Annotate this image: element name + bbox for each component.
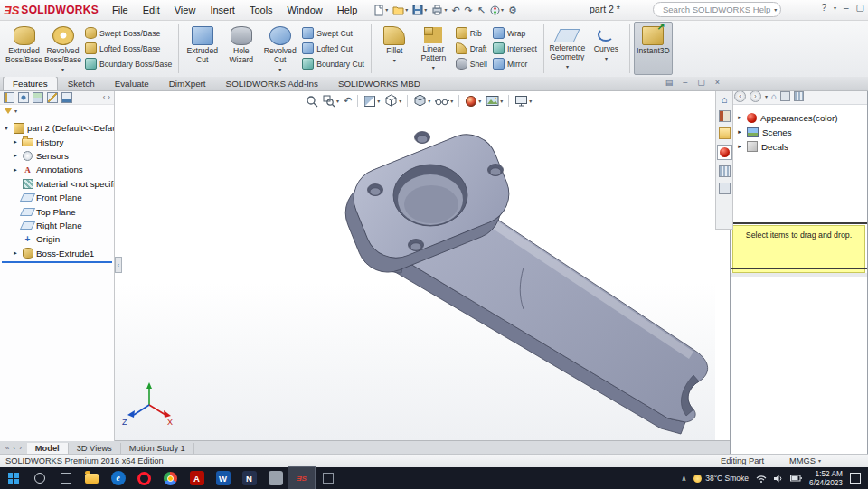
battery-icon[interactable] bbox=[790, 475, 802, 482]
app-gray-button[interactable] bbox=[262, 467, 288, 489]
propertymanager-tab-icon[interactable] bbox=[18, 92, 29, 103]
tree-item-boss-extrude1[interactable]: ▸ Boss-Extrude1 bbox=[0, 247, 114, 260]
linear-pattern-button[interactable]: LinearPattern ▾ bbox=[414, 22, 453, 75]
configurationmanager-tab-icon[interactable] bbox=[33, 92, 43, 103]
tree-item-top-plane[interactable]: Top Plane bbox=[0, 204, 114, 218]
units-selector[interactable]: MMGS ▾ bbox=[789, 456, 821, 465]
doc-minimize-button[interactable]: – bbox=[683, 78, 687, 87]
doc-close-button[interactable]: × bbox=[715, 78, 720, 87]
tree-item-right-plane[interactable]: Right Plane bbox=[0, 219, 114, 232]
menu-tools[interactable]: Tools bbox=[243, 3, 279, 17]
task-view-button[interactable] bbox=[52, 467, 79, 489]
panel-chevron-left-icon[interactable]: ‹ bbox=[103, 93, 106, 101]
boundary-boss-base-button[interactable]: Boundary Boss/Base bbox=[85, 58, 172, 70]
curves-button[interactable]: Curves ▾ bbox=[587, 22, 626, 75]
help-button[interactable]: ? bbox=[821, 3, 826, 13]
options-gear-button[interactable]: ⚙ bbox=[507, 5, 518, 15]
select-pointer-button[interactable]: ↖ bbox=[476, 5, 486, 15]
wrap-button[interactable]: Wrap bbox=[493, 27, 537, 39]
fillet-button[interactable]: Fillet ▾ bbox=[375, 22, 414, 75]
show-hidden-icons-button[interactable]: ∧ bbox=[681, 475, 686, 483]
save-button[interactable]: ▾ bbox=[411, 5, 428, 15]
part-3d-model[interactable] bbox=[115, 90, 715, 441]
tab-dimxpert[interactable]: DimXpert bbox=[159, 76, 216, 90]
cortana-button[interactable] bbox=[26, 467, 52, 489]
shell-button[interactable]: Shell bbox=[456, 58, 487, 70]
expander-icon[interactable]: ▸ bbox=[12, 152, 19, 159]
volume-icon[interactable] bbox=[774, 475, 783, 483]
file-explorer-button[interactable] bbox=[79, 467, 105, 489]
action-center-button[interactable] bbox=[850, 473, 861, 484]
menu-file[interactable]: File bbox=[106, 3, 135, 17]
tab-3d-views[interactable]: 3D Views bbox=[69, 443, 121, 454]
refresh-icon[interactable] bbox=[780, 91, 790, 101]
tabs-scroll-left-icon[interactable]: « bbox=[5, 444, 9, 452]
open-document-button[interactable]: ▾ bbox=[392, 5, 409, 15]
draft-button[interactable]: Draft bbox=[456, 42, 487, 54]
app-window-button[interactable] bbox=[315, 467, 341, 489]
instant3d-button[interactable]: Instant3D bbox=[634, 22, 673, 75]
filter-funnel-icon[interactable] bbox=[5, 108, 12, 114]
design-library-tab-icon[interactable] bbox=[719, 110, 731, 122]
expander-icon[interactable]: ▸ bbox=[12, 166, 19, 174]
redo-button[interactable]: ↷ bbox=[464, 5, 474, 15]
menu-edit[interactable]: Edit bbox=[137, 3, 166, 17]
reference-geometry-button[interactable]: ReferenceGeometry ▾ bbox=[548, 22, 587, 75]
custom-properties-tab-icon[interactable] bbox=[719, 183, 731, 194]
panel-chevron-right-icon[interactable]: › bbox=[108, 93, 110, 101]
solidworks-taskbar-button[interactable]: ƎS bbox=[288, 467, 315, 489]
solidworks-resources-tab-icon[interactable]: ⌂ bbox=[722, 95, 728, 105]
graphics-viewport[interactable]: ▾ ↶ ▾ ▾ ▾ ▾ ▾ ▾ bbox=[115, 90, 715, 441]
appearances-tab-active[interactable] bbox=[717, 145, 732, 160]
tree-item-appearances[interactable]: ▸ Appearances(color) bbox=[731, 110, 867, 125]
rebuild-button[interactable]: ▾ bbox=[489, 5, 505, 15]
opera-button[interactable] bbox=[131, 467, 157, 489]
chrome-button[interactable] bbox=[157, 467, 184, 489]
view-palette-tab-icon[interactable] bbox=[719, 165, 731, 177]
back-button[interactable]: ‹ bbox=[734, 90, 746, 102]
clock[interactable]: 1:52 AM 6/24/2023 bbox=[809, 469, 843, 487]
print-button[interactable]: ▾ bbox=[430, 5, 448, 15]
doc-restore-button[interactable]: ▢ bbox=[697, 78, 705, 87]
expander-icon[interactable]: ▸ bbox=[12, 249, 19, 257]
options-icon[interactable] bbox=[794, 91, 804, 101]
tabs-scroll-prev-icon[interactable]: ‹ bbox=[13, 444, 15, 452]
tab-sketch[interactable]: Sketch bbox=[58, 76, 105, 90]
pane-divider[interactable] bbox=[731, 222, 867, 224]
menu-window[interactable]: Window bbox=[281, 3, 329, 17]
minimize-button[interactable]: – bbox=[844, 3, 849, 13]
tree-item-decals[interactable]: ▸ Decals bbox=[731, 139, 867, 154]
tree-item-front-plane[interactable]: Front Plane bbox=[0, 191, 114, 204]
menu-view[interactable]: View bbox=[168, 3, 203, 17]
home-icon[interactable]: ⌂ bbox=[771, 91, 777, 101]
tab-model[interactable]: Model bbox=[27, 443, 69, 454]
expander-icon[interactable]: ▸ bbox=[736, 128, 743, 136]
dimxpertmanager-tab-icon[interactable] bbox=[47, 92, 58, 103]
lofted-boss-base-button[interactable]: Lofted Boss/Base bbox=[85, 42, 172, 54]
expander-icon[interactable]: ▸ bbox=[12, 138, 19, 146]
tab-features[interactable]: Features bbox=[3, 76, 58, 90]
swept-cut-button[interactable]: Swept Cut bbox=[302, 27, 364, 39]
tree-item-origin[interactable]: + Origin bbox=[0, 232, 114, 246]
expander-icon[interactable]: ▸ bbox=[736, 114, 743, 121]
lofted-cut-button[interactable]: Lofted Cut bbox=[302, 42, 364, 54]
extruded-boss-base-button[interactable]: ExtrudedBoss/Base bbox=[5, 22, 43, 75]
revolved-boss-base-button[interactable]: RevolvedBoss/Base ▾ bbox=[43, 22, 82, 75]
word-button[interactable]: W bbox=[210, 467, 236, 489]
restore-button[interactable]: ▢ bbox=[856, 3, 864, 13]
tab-solidworks-addins[interactable]: SOLIDWORKS Add-Ins bbox=[216, 76, 328, 90]
tree-item-sensors[interactable]: ▸ Sensors bbox=[0, 149, 114, 163]
intersect-button[interactable]: Intersect bbox=[493, 42, 537, 54]
hole-wizard-button[interactable]: HoleWizard bbox=[222, 22, 260, 75]
menu-insert[interactable]: Insert bbox=[203, 3, 241, 17]
revolved-cut-button[interactable]: RevolvedCut ▾ bbox=[260, 22, 299, 75]
help-search-box[interactable]: Search SOLIDWORKS Help ▾ bbox=[653, 2, 781, 17]
mirror-button[interactable]: Mirror bbox=[493, 58, 537, 70]
tree-item-material[interactable]: Material <not specified> bbox=[0, 177, 114, 191]
panel-splitter-handle[interactable]: ‹ bbox=[115, 257, 122, 273]
tree-item-scenes[interactable]: ▸ Scenes bbox=[731, 125, 867, 139]
forward-button[interactable]: › bbox=[750, 90, 761, 102]
start-button[interactable] bbox=[0, 467, 26, 489]
tab-motion-study[interactable]: Motion Study 1 bbox=[121, 443, 194, 454]
tree-root-part[interactable]: ▾ part 2 (Default<<Default>_D bbox=[0, 121, 114, 135]
